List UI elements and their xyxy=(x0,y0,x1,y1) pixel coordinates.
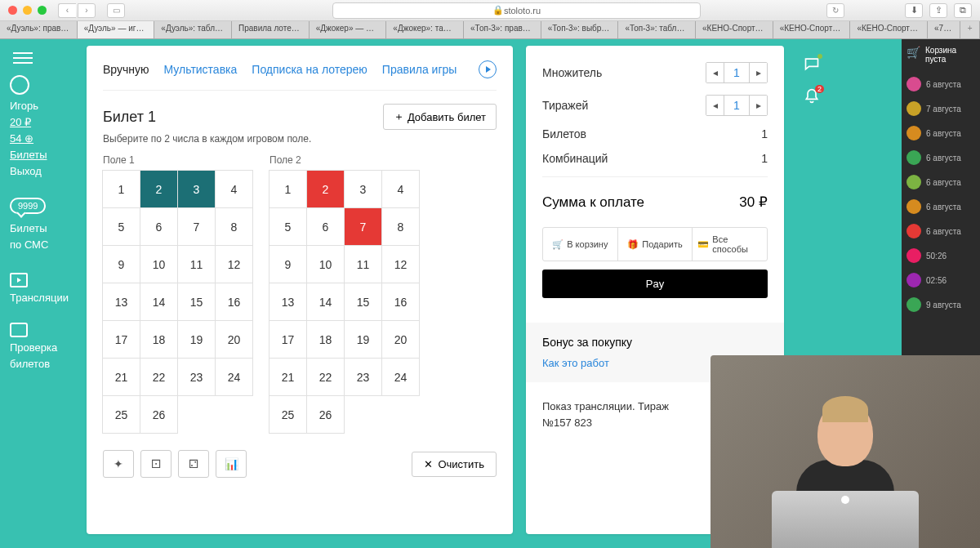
number-cell[interactable]: 7 xyxy=(344,207,382,246)
number-cell[interactable]: 23 xyxy=(344,358,382,396)
user-name[interactable]: Игорь xyxy=(10,100,77,112)
number-cell[interactable]: 8 xyxy=(381,207,420,246)
number-cell[interactable]: 11 xyxy=(177,245,216,283)
reload-button[interactable]: ↻ xyxy=(826,3,844,18)
number-cell[interactable]: 19 xyxy=(177,320,216,359)
number-cell[interactable]: 23 xyxy=(177,358,216,396)
back-button[interactable]: ‹ xyxy=(58,3,76,18)
apple-pay-button[interactable]: Pay xyxy=(542,270,768,298)
broadcast-icon[interactable] xyxy=(10,273,28,287)
new-tab-button[interactable]: + xyxy=(960,21,980,38)
number-cell[interactable]: 17 xyxy=(102,320,140,359)
dice-2-button[interactable]: ⚁ xyxy=(178,450,209,478)
cart-item[interactable]: 6 августа xyxy=(906,72,975,96)
browser-tab[interactable]: «КЕНО-Спорт… xyxy=(696,21,773,38)
to-cart-button[interactable]: 🛒В корзину xyxy=(543,228,618,261)
cart-item[interactable]: 6 августа xyxy=(906,145,975,170)
tab-manual[interactable]: Вручную xyxy=(103,63,149,76)
number-cell[interactable]: 16 xyxy=(215,283,253,321)
number-cell[interactable]: 11 xyxy=(344,245,382,283)
magic-wand-button[interactable]: ✦ xyxy=(103,450,134,478)
chat-icon[interactable] xyxy=(803,56,821,72)
close-window[interactable] xyxy=(8,6,17,15)
tab-subscribe[interactable]: Подписка на лотерею xyxy=(252,63,368,76)
number-cell[interactable]: 4 xyxy=(381,170,420,208)
number-cell[interactable]: 17 xyxy=(269,320,307,359)
number-cell[interactable]: 1 xyxy=(269,170,307,208)
number-cell[interactable]: 9 xyxy=(269,245,307,283)
cart-header[interactable]: 🛒 Корзина пуста xyxy=(906,46,975,64)
broadcasts-link[interactable]: Трансляции xyxy=(10,292,77,304)
draws-up[interactable]: ▸ xyxy=(749,96,767,115)
number-cell[interactable]: 10 xyxy=(306,245,345,283)
browser-tab[interactable]: «7 и… xyxy=(928,21,960,38)
sms-badge[interactable]: 9999 xyxy=(10,198,46,214)
browser-tab[interactable]: «КЕНО-Спорт… xyxy=(850,21,928,38)
browser-tab[interactable]: «КЕНО-Спорт… xyxy=(773,21,851,38)
bell-icon[interactable]: 2 xyxy=(803,88,821,105)
number-cell[interactable]: 3 xyxy=(177,170,216,208)
browser-tab[interactable]: Правила лоте… xyxy=(232,21,310,38)
browser-tab[interactable]: «Джокер»: та… xyxy=(386,21,464,38)
number-cell[interactable]: 25 xyxy=(269,395,307,434)
draws-down[interactable]: ◂ xyxy=(706,96,724,115)
cart-item[interactable]: 6 августа xyxy=(906,219,975,243)
number-cell[interactable]: 12 xyxy=(381,245,420,283)
number-cell[interactable]: 1 xyxy=(102,170,140,208)
number-cell[interactable]: 14 xyxy=(306,283,345,321)
number-cell[interactable]: 22 xyxy=(306,358,345,396)
number-cell[interactable]: 14 xyxy=(140,283,178,321)
cart-item[interactable]: 02:56 xyxy=(906,268,975,292)
forward-button[interactable]: › xyxy=(78,3,96,18)
number-cell[interactable]: 15 xyxy=(177,283,216,321)
browser-tab[interactable]: «Джокер» — … xyxy=(310,21,387,38)
multiplier-up[interactable]: ▸ xyxy=(749,63,767,82)
cart-item[interactable]: 9 августа xyxy=(906,292,975,317)
cart-item[interactable]: 50:26 xyxy=(906,243,975,268)
number-cell[interactable]: 2 xyxy=(306,170,345,208)
number-cell[interactable]: 10 xyxy=(140,245,178,283)
sidebar-toggle[interactable]: ▭ xyxy=(107,3,125,18)
tab-multi[interactable]: Мультиставка xyxy=(164,63,238,76)
number-cell[interactable]: 5 xyxy=(102,207,140,246)
browser-tab[interactable]: «Дуэль»: прав… xyxy=(0,21,78,38)
number-cell[interactable]: 5 xyxy=(269,207,307,246)
stats-button[interactable]: 📊 xyxy=(216,450,247,478)
avatar[interactable] xyxy=(10,75,29,95)
cart-item[interactable]: 6 августа xyxy=(906,170,975,194)
number-cell[interactable]: 13 xyxy=(102,283,140,321)
clear-button[interactable]: ✕Очистить xyxy=(412,452,497,477)
number-cell[interactable]: 21 xyxy=(269,358,307,396)
all-methods-button[interactable]: 💳Все способы xyxy=(693,228,767,261)
dice-1-button[interactable]: ⚀ xyxy=(140,450,172,478)
number-cell[interactable]: 26 xyxy=(306,395,345,434)
url-bar[interactable]: 🔒 stoloto.ru xyxy=(332,2,701,19)
browser-tab[interactable]: «Топ-3»: выбр… xyxy=(541,21,619,38)
number-cell[interactable]: 3 xyxy=(344,170,382,208)
number-cell[interactable]: 20 xyxy=(215,320,253,359)
logout-link[interactable]: Выход xyxy=(10,165,77,177)
number-cell[interactable]: 18 xyxy=(140,320,178,359)
multiplier-down[interactable]: ◂ xyxy=(706,63,724,82)
browser-tab[interactable]: «Топ-3»: табл… xyxy=(618,21,696,38)
number-cell[interactable]: 22 xyxy=(140,358,178,396)
gift-button[interactable]: 🎁Подарить xyxy=(618,228,693,261)
downloads-icon[interactable]: ⬇ xyxy=(905,3,923,18)
number-cell[interactable]: 4 xyxy=(215,170,253,208)
number-cell[interactable]: 12 xyxy=(215,245,253,283)
number-cell[interactable]: 13 xyxy=(269,283,307,321)
number-cell[interactable]: 2 xyxy=(140,170,178,208)
menu-icon[interactable] xyxy=(13,57,33,59)
number-cell[interactable]: 18 xyxy=(306,320,345,359)
number-cell[interactable]: 6 xyxy=(140,207,178,246)
number-cell[interactable]: 25 xyxy=(102,395,140,434)
share-icon[interactable]: ⇪ xyxy=(929,3,947,18)
maximize-window[interactable] xyxy=(38,6,47,15)
minimize-window[interactable] xyxy=(23,6,32,15)
browser-tab[interactable]: «Топ-3»: прав… xyxy=(464,21,541,38)
cart-item[interactable]: 7 августа xyxy=(906,96,975,121)
number-cell[interactable]: 6 xyxy=(306,207,345,246)
number-cell[interactable]: 26 xyxy=(140,395,178,434)
browser-tab[interactable]: «Дуэль»: табл… xyxy=(154,21,232,38)
number-cell[interactable]: 15 xyxy=(344,283,382,321)
